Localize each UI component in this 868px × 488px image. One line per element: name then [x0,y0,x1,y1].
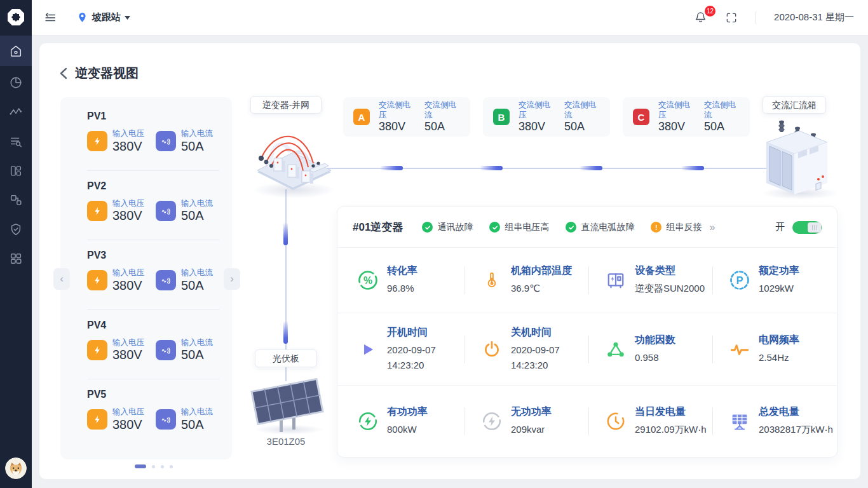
pv-current-stat: 输入电流50A [156,268,213,293]
pagination-dot[interactable] [161,465,164,468]
pv-current-stat: 输入电流50A [156,129,213,154]
stat-conversion-rate: % 转化率96.8% [341,248,465,313]
sidebar-item-topology[interactable] [0,186,32,215]
stat-internal-temperature: 机箱内部温度36.9℃ [465,248,589,313]
status-item: 组串电压高 [489,222,549,233]
sidebar-item-list-search[interactable] [0,126,32,156]
back-icon[interactable] [60,67,67,79]
voltage-bolt-icon [87,131,107,151]
sidebar [0,0,32,488]
thermometer-icon [480,269,503,291]
fullscreen-icon[interactable] [725,11,738,24]
energy-pulse [480,166,503,170]
ac-current-value: 50A [564,120,597,134]
energy-pulse [283,321,288,344]
collapse-menu-icon[interactable] [43,11,57,25]
sidebar-item-home[interactable] [0,36,32,66]
percent-circle-icon: % [356,269,379,292]
notifications-bell-icon[interactable]: 12 [694,11,707,24]
toggle-knob [808,222,821,233]
clock-icon [604,410,627,432]
topbar-divider [756,11,756,24]
phase-b-card: B 交流侧电压380V 交流侧电流50A [483,97,610,137]
pv-current-value: 50A [181,417,213,432]
status-item: 通讯故障 [422,222,473,233]
pv-voltage-value: 380V [112,208,144,223]
pv-name: PV1 [87,111,219,122]
voltage-bolt-icon [87,409,107,430]
page-title: 逆变器视图 [75,65,139,82]
stat-grid-frequency: 电网频率2.54Hz [713,313,837,385]
phase-a-card: A 交流侧电压380V 交流侧电流50A [343,97,470,137]
status-ok-icon [489,222,500,233]
pagination [135,464,173,468]
status-label: 直流电弧故障 [581,222,634,233]
station-name: 坡跟站 [92,11,121,24]
pv-current-value: 50A [181,208,213,223]
stat-startup-time: 开机时间2020-09-07 14:23:20 [341,313,465,385]
ac-voltage-label: 交流侧电压 [658,100,691,121]
ac-voltage-value: 380V [379,120,412,134]
pv-item: PV5 输入电压380V 输入电流50A [87,379,219,449]
pv-voltage-value: 380V [112,278,144,293]
stat-reactive-power: 无功功率209kvar [465,386,589,456]
pv-name: PV5 [87,389,219,400]
sidebar-item-shield-check[interactable] [0,215,32,244]
sidebar-item-apps-grid[interactable] [0,244,32,273]
carousel-prev-button[interactable]: ‹ [53,268,70,290]
pv-voltage-value: 380V [112,348,144,362]
stat-total-generation: 总发电量20382817万kW·h [713,386,837,456]
station-selector[interactable]: 坡跟站 [76,11,130,24]
pv-item: PV4 输入电压380V 输入电流50A [87,310,219,380]
user-avatar[interactable] [5,458,27,479]
solar-panel-icon [728,410,751,432]
status-label: 通讯故障 [437,222,473,233]
pv-string-code: 3E01Z05 [251,436,321,447]
current-wave-icon [156,201,176,221]
pv-voltage-label: 输入电压 [112,407,144,417]
cabinet-icon [604,269,627,292]
play-icon [356,340,379,359]
status-label: 组串电压高 [505,222,549,233]
power-toggle[interactable] [792,221,822,234]
pv-item: PV3 输入电压380V 输入电流50A [87,240,219,310]
pv-voltage-label: 输入电压 [112,129,144,139]
location-pin-icon [76,11,88,24]
voltage-bolt-icon [87,201,107,221]
pv-voltage-label: 输入电压 [112,199,144,209]
inverter-dashboard: 坡跟站 12 2020-08-31 星期一 逆变器视图 PV1 [0,0,868,488]
pv-current-label: 输入电流 [181,268,213,278]
current-wave-icon [156,270,176,290]
pagination-dot[interactable] [135,464,146,468]
status-item: ! 组串反接 [651,222,702,233]
pv-current-label: 输入电流 [181,129,213,139]
notification-badge: 12 [705,6,715,17]
phase-b-badge: B [493,109,510,125]
pv-voltage-label: 输入电压 [112,338,144,348]
sidebar-item-layout[interactable] [0,156,32,186]
phase-a-badge: A [353,109,370,125]
sidebar-item-activity[interactable] [0,97,32,126]
ac-voltage-value: 380V [658,120,691,134]
pv-voltage-stat: 输入电压380V [87,407,144,432]
ac-current-label: 交流侧电流 [564,100,597,121]
combiner-tag: 交流汇流箱 [763,96,826,114]
pv-voltage-stat: 输入电压380V [87,268,144,293]
pv-panel-tag: 光伏板 [255,349,317,367]
reactive-power-bolt-icon [480,410,503,432]
pagination-dot[interactable] [170,465,173,468]
carousel-next-button[interactable]: › [224,268,240,290]
more-statuses-icon[interactable]: » [709,222,715,233]
phase-c-card: C 交流侧电压380V 交流侧电流50A [623,97,750,137]
sidebar-item-pie-chart[interactable] [0,68,32,97]
pv-current-value: 50A [181,348,213,362]
pv-current-stat: 输入电流50A [156,199,213,224]
current-wave-icon [156,409,176,430]
power-off-icon [480,339,503,360]
energy-pulse [681,166,704,170]
pagination-dot[interactable] [152,465,155,468]
ac-current-label: 交流侧电流 [704,100,737,121]
pv-current-label: 输入电流 [181,199,213,209]
pv-current-stat: 输入电流50A [156,338,213,363]
energy-pulse [580,166,602,170]
